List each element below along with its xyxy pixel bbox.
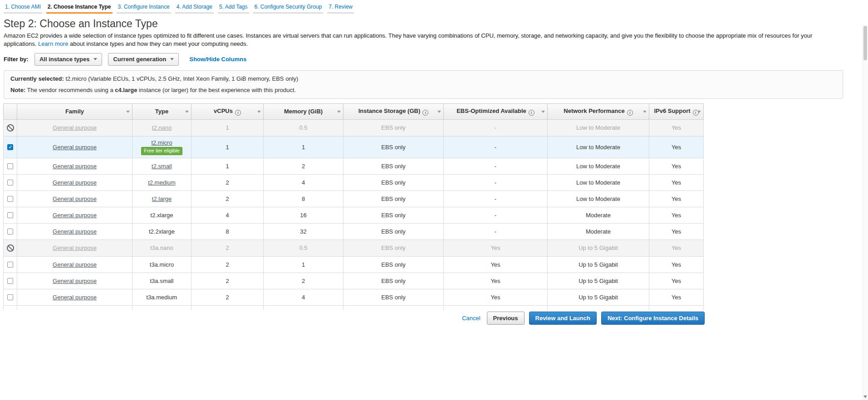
col-header-family[interactable]: Family: [17, 103, 132, 119]
wizard-footer: Cancel Previous Review and Launch Next: …: [0, 311, 705, 325]
info-icon[interactable]: [529, 110, 535, 116]
instance-type-filter-dropdown[interactable]: All instance types: [34, 53, 103, 66]
instance-row[interactable]: General purpose t2.nano 1 0.5 EBS only -…: [4, 119, 704, 136]
col-header-vcpus[interactable]: vCPUs: [191, 103, 264, 119]
type-cell: t2.large: [132, 190, 191, 207]
instance-row[interactable]: General purpose t2.large 2 8 EBS only - …: [4, 190, 704, 207]
family-link[interactable]: General purpose: [53, 124, 97, 131]
row-checkbox[interactable]: [7, 144, 13, 150]
instance-row[interactable]: General purpose t2.2xlarge 8 32 EBS only…: [4, 223, 704, 239]
family-link[interactable]: General purpose: [53, 294, 97, 301]
family-cell: General purpose: [17, 223, 132, 239]
ipv6-cell: Yes: [649, 136, 704, 158]
ipv6-cell: Yes: [649, 223, 704, 239]
show-hide-columns-link[interactable]: Show/Hide Columns: [189, 56, 246, 63]
instance-type-table: Family Type vCPUs Memory (GiB) Instance …: [3, 103, 704, 310]
vcpus-cell: 2: [191, 239, 264, 256]
tab-add-storage[interactable]: 4. Add Storage: [175, 2, 214, 14]
instance-type-filter-value: All instance types: [39, 56, 90, 63]
col-header-family-label: Family: [65, 108, 84, 115]
memory-cell: 2: [264, 158, 343, 174]
type-link[interactable]: t2.nano: [152, 124, 172, 131]
filter-bar: Filter by: All instance types Current ge…: [4, 53, 864, 66]
instance-row[interactable]: General purpose t3a.medium 2 4 EBS only …: [4, 289, 704, 305]
col-header-memory[interactable]: Memory (GiB): [264, 103, 343, 119]
network-performance-cell: Low to Moderate: [548, 136, 649, 158]
row-checkbox[interactable]: [7, 294, 13, 300]
tab-choose-ami[interactable]: 1. Choose AMI: [4, 2, 42, 14]
tab-configure-security-group[interactable]: 6. Configure Security Group: [253, 2, 324, 14]
ipv6-cell: Yes: [649, 158, 704, 174]
row-checkbox[interactable]: [7, 163, 13, 169]
next-configure-instance-details-button[interactable]: Next: Configure Instance Details: [601, 312, 705, 325]
previous-button[interactable]: Previous: [487, 312, 525, 325]
row-checkbox[interactable]: [7, 180, 13, 185]
storage-cell: EBS only: [343, 158, 444, 174]
instance-row[interactable]: General purpose t3a.nano 2 0.5 EBS only …: [4, 239, 704, 256]
row-select-cell[interactable]: [4, 273, 17, 289]
row-checkbox[interactable]: [7, 212, 13, 218]
review-and-launch-button[interactable]: Review and Launch: [529, 312, 597, 325]
type-cell: t2.xlarge: [132, 207, 191, 223]
row-select-cell[interactable]: [4, 256, 17, 273]
instance-row[interactable]: General purpose t2.medium 2 4 EBS only -…: [4, 174, 704, 190]
row-select-cell[interactable]: [4, 174, 17, 190]
row-select-cell[interactable]: [4, 136, 17, 158]
instance-row[interactable]: General purpose t3a.micro 2 1 EBS only Y…: [4, 256, 704, 273]
info-icon[interactable]: [235, 110, 241, 116]
type-link[interactable]: t2.large: [152, 195, 172, 202]
family-link[interactable]: General purpose: [53, 212, 97, 219]
type-link[interactable]: t2.micro: [151, 139, 172, 146]
col-header-ipv6[interactable]: IPv6 Support: [649, 103, 704, 119]
row-checkbox[interactable]: [7, 196, 13, 202]
family-link[interactable]: General purpose: [53, 144, 97, 151]
family-link[interactable]: General purpose: [53, 228, 97, 235]
row-checkbox[interactable]: [7, 229, 13, 234]
type-link[interactable]: t2.medium: [148, 179, 176, 186]
type-label: t3a.medium: [147, 294, 177, 301]
tab-add-tags[interactable]: 5. Add Tags: [218, 2, 249, 14]
scrollbar-thumb[interactable]: [863, 26, 867, 60]
instance-row[interactable]: General purpose t2.micro Free tier eligi…: [4, 136, 704, 158]
vertical-scrollbar[interactable]: [863, 25, 868, 400]
row-checkbox[interactable]: [7, 278, 13, 284]
tab-review[interactable]: 7. Review: [327, 2, 354, 14]
family-link[interactable]: General purpose: [53, 261, 97, 268]
family-link[interactable]: General purpose: [53, 244, 97, 251]
row-select-cell[interactable]: [4, 305, 17, 310]
row-checkbox[interactable]: [7, 262, 13, 268]
generation-filter-value: Current generation: [113, 56, 166, 63]
instance-row[interactable]: General purpose t2.small 1 2 EBS only - …: [4, 158, 704, 174]
ipv6-cell: Yes: [649, 239, 704, 256]
col-header-type[interactable]: Type: [132, 103, 191, 119]
family-link[interactable]: General purpose: [53, 163, 97, 170]
instance-row[interactable]: General purpose t2.xlarge 4 16 EBS only …: [4, 207, 704, 223]
row-select-cell[interactable]: [4, 207, 17, 223]
info-icon[interactable]: [627, 110, 633, 116]
row-select-cell[interactable]: [4, 190, 17, 207]
row-select-cell[interactable]: [4, 289, 17, 305]
info-icon[interactable]: [422, 110, 428, 116]
col-header-ebs-optimized[interactable]: EBS-Optimized Available: [444, 103, 548, 119]
type-label: t3a.micro: [150, 261, 174, 268]
type-cell: t2.nano: [132, 119, 191, 136]
col-header-network-performance[interactable]: Network Performance: [548, 103, 649, 119]
scrollbar-down-arrow-icon[interactable]: [863, 395, 867, 398]
family-link[interactable]: General purpose: [53, 195, 97, 202]
tab-configure-instance[interactable]: 3. Configure Instance: [117, 2, 171, 14]
row-select-cell[interactable]: [4, 158, 17, 174]
family-link[interactable]: General purpose: [53, 278, 97, 284]
instance-row[interactable]: General purpose t3a.large 2 8 EBS only Y…: [4, 305, 704, 310]
filter-by-label: Filter by:: [4, 56, 29, 63]
type-link[interactable]: t2.small: [152, 163, 172, 170]
cancel-button[interactable]: Cancel: [462, 315, 480, 322]
learn-more-link[interactable]: Learn more: [38, 40, 68, 47]
family-cell: General purpose: [17, 289, 132, 305]
generation-filter-dropdown[interactable]: Current generation: [108, 53, 179, 66]
row-select-cell[interactable]: [4, 223, 17, 239]
tab-choose-instance-type[interactable]: 2. Choose Instance Type: [46, 2, 113, 14]
col-header-instance-storage[interactable]: Instance Storage (GB): [343, 103, 444, 119]
family-cell: General purpose: [17, 305, 132, 310]
instance-row[interactable]: General purpose t3a.small 2 2 EBS only Y…: [4, 273, 704, 289]
family-link[interactable]: General purpose: [53, 179, 97, 186]
